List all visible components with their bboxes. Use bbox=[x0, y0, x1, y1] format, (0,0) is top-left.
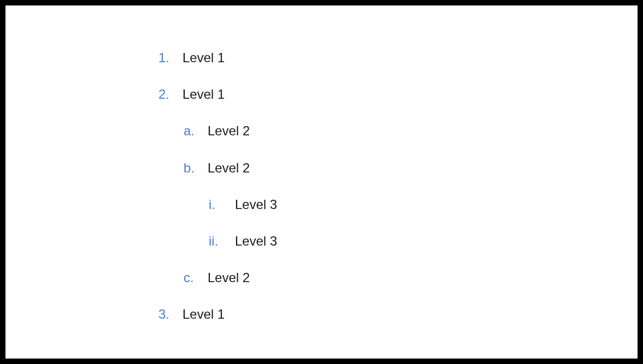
list-item: c. Level 2 bbox=[158, 269, 638, 286]
list-text: Level 1 bbox=[182, 49, 225, 66]
list-text: Level 2 bbox=[208, 122, 250, 139]
list-marker: ii. bbox=[209, 232, 235, 249]
list-item: i. Level 3 bbox=[158, 196, 638, 213]
list-item: b. Level 2 bbox=[158, 159, 638, 176]
list-marker: 2. bbox=[158, 86, 182, 103]
list-marker: c. bbox=[184, 269, 208, 286]
list-marker: a. bbox=[184, 122, 208, 139]
list-item: ii. Level 3 bbox=[158, 232, 638, 249]
list-text: Level 2 bbox=[208, 159, 250, 176]
document-page: 1. Level 1 2. Level 1 a. Level 2 b. Leve… bbox=[5, 5, 638, 359]
list-text: Level 3 bbox=[235, 196, 277, 213]
list-text: Level 2 bbox=[208, 269, 250, 286]
list-text: Level 3 bbox=[235, 232, 277, 249]
list-item: 3. Level 1 bbox=[158, 306, 638, 323]
list-marker: 1. bbox=[158, 49, 182, 66]
list-marker: b. bbox=[184, 159, 208, 176]
list-marker: i. bbox=[209, 196, 235, 213]
list-text: Level 1 bbox=[182, 86, 225, 103]
list-item: a. Level 2 bbox=[158, 122, 638, 139]
list-marker: 3. bbox=[158, 306, 182, 323]
list-item: 1. Level 1 bbox=[158, 49, 638, 66]
list-item: 2. Level 1 bbox=[158, 86, 638, 103]
list-text: Level 1 bbox=[182, 306, 225, 323]
